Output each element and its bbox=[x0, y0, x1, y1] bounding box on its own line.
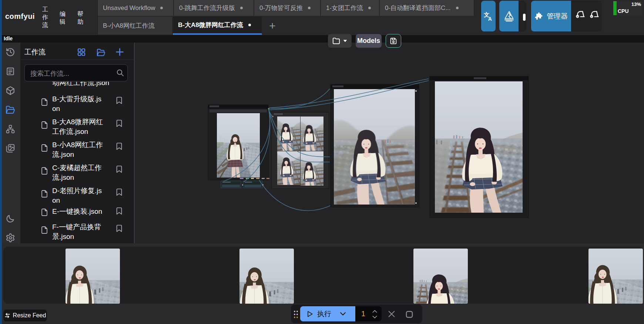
svg-text:A: A bbox=[488, 16, 492, 21]
